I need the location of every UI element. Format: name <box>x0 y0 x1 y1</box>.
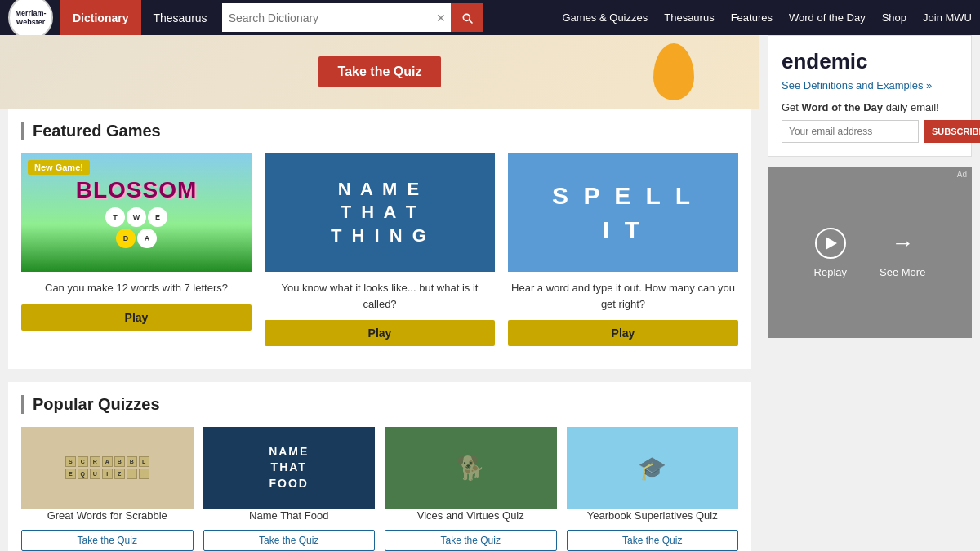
logo-text: Merriam-Webster <box>15 9 46 27</box>
ad-box: Ad Replay → See More <box>768 167 972 338</box>
see-more-icon-container: → <box>886 227 919 260</box>
play-triangle-icon <box>826 237 837 250</box>
sidebar: endemic See Definitions and Examples » G… <box>760 35 980 551</box>
see-more-control[interactable]: → See More <box>880 227 925 278</box>
scrabble-quiz-name: Great Words for Scrabble <box>47 509 167 523</box>
ntt-description: You know what it looks like... but what … <box>265 280 495 312</box>
wotd-email-prompt: Get Word of the Day daily email! <box>782 101 958 113</box>
featured-games-section: Featured Games New Game! BLOSSOM T W E D <box>8 109 751 369</box>
quiz-banner: Take the Quiz <box>0 35 760 109</box>
quizzes-grid: S C R A B B L E Q U I Z <box>21 427 738 551</box>
email-input[interactable] <box>782 120 919 143</box>
yearbook-quiz-name: Yearbook Superlatives Quiz <box>587 509 718 523</box>
subscribe-button[interactable]: SUBSCRIBE <box>924 120 980 143</box>
blossom-image: New Game! BLOSSOM T W E D A <box>21 153 252 272</box>
blossom-play-button[interactable]: Play <box>21 304 252 331</box>
vices-quiz-name: Vices and Virtues Quiz <box>417 509 524 523</box>
food-quiz-name: Name That Food <box>249 509 328 523</box>
nav-dictionary-button[interactable]: Dictionary <box>60 0 141 35</box>
email-row: SUBSCRIBE <box>782 120 958 143</box>
scrabble-quiz-button[interactable]: Take the Quiz <box>21 530 194 551</box>
see-more-label: See More <box>880 266 925 278</box>
main-layout: Take the Quiz Featured Games New Game! B… <box>0 35 980 551</box>
take-quiz-banner-button[interactable]: Take the Quiz <box>318 56 442 87</box>
food-quiz-card: NAMETHATFOOD Name That Food Take the Qui… <box>203 427 376 551</box>
food-image: NAMETHATFOOD <box>203 427 376 509</box>
hex-d-center: D <box>116 229 136 248</box>
year-placeholder: 🎓 <box>638 455 666 482</box>
dogs-placeholder: 🐕 <box>457 455 485 482</box>
blossom-game-card: New Game! BLOSSOM T W E D A C <box>21 153 252 346</box>
hex-t: T <box>105 207 125 227</box>
nav-games-item[interactable]: Games & Quizzes <box>562 11 648 24</box>
header-nav: Games & Quizzes Thesaurus Features Word … <box>562 11 972 24</box>
yearbook-quiz-button[interactable]: Take the Quiz <box>567 530 739 551</box>
games-grid: New Game! BLOSSOM T W E D A C <box>21 153 738 346</box>
spell-description: Hear a word and type it out. How many ca… <box>508 280 738 312</box>
arrow-right-icon: → <box>891 232 914 255</box>
nav-wotd-item[interactable]: Word of the Day <box>789 11 866 24</box>
vices-quiz-card: 🐕 Vices and Virtues Quiz Take the Quiz <box>385 427 557 551</box>
new-game-badge: New Game! <box>28 160 90 175</box>
vices-quiz-button[interactable]: Take the Quiz <box>385 530 557 551</box>
blossom-title: BLOSSOM <box>76 177 198 203</box>
spell-it-card: S P E L LI T Hear a word and type it out… <box>508 153 738 346</box>
header: Merriam-Webster Dictionary Thesaurus ✕ G… <box>0 0 980 35</box>
replay-label: Replay <box>814 266 847 278</box>
replay-icon-container <box>814 227 847 260</box>
spell-image: S P E L LI T <box>508 153 738 272</box>
ntt-image: N A M ET H A TT H I N G <box>265 153 495 272</box>
yearbook-quiz-card: 🎓 Yearbook Superlatives Quiz Take the Qu… <box>567 427 739 551</box>
vices-image: 🐕 <box>385 427 557 509</box>
content-area: Take the Quiz Featured Games New Game! B… <box>0 35 760 551</box>
play-circle <box>815 228 846 259</box>
nav-join-item[interactable]: Join MWU <box>923 11 972 24</box>
name-that-thing-card: N A M ET H A TT H I N G You know what it… <box>265 153 495 346</box>
yearbook-image: 🎓 <box>567 427 739 509</box>
spell-title: S P E L LI T <box>552 179 694 247</box>
scrabble-image: S C R A B B L E Q U I Z <box>21 427 194 509</box>
quiz-banner-image: Take the Quiz <box>0 35 760 109</box>
wotd-word: endemic <box>782 49 958 74</box>
hex-e: E <box>148 207 167 227</box>
wotd-box: endemic See Definitions and Examples » G… <box>768 35 972 157</box>
ad-label: Ad <box>957 170 967 179</box>
ntt-title: N A M ET H A TT H I N G <box>331 178 429 248</box>
scrabble-quiz-card: S C R A B B L E Q U I Z <box>21 427 194 551</box>
nav-shop-item[interactable]: Shop <box>882 11 906 24</box>
spell-play-button[interactable]: Play <box>508 320 738 346</box>
popular-quizzes-title: Popular Quizzes <box>21 395 738 414</box>
nav-thesaurus-button[interactable]: Thesaurus <box>141 0 218 35</box>
ntt-background: N A M ET H A TT H I N G <box>265 153 495 272</box>
search-input[interactable] <box>222 3 431 32</box>
nav-features-item[interactable]: Features <box>731 11 773 24</box>
scrabble-grid: S C R A B B L E Q U I Z <box>65 456 149 479</box>
ad-controls: Replay → See More <box>814 227 926 278</box>
popular-quizzes-section: Popular Quizzes S C R A B B L E <box>8 382 751 551</box>
search-clear-icon[interactable]: ✕ <box>431 11 451 24</box>
egg-decoration <box>653 43 694 100</box>
food-title: NAMETHATFOOD <box>269 444 309 492</box>
logo[interactable]: Merriam-Webster <box>8 0 53 40</box>
hex-a: A <box>137 229 157 248</box>
hex-w: W <box>127 207 146 227</box>
search-container: ✕ <box>222 3 483 32</box>
ntt-play-button[interactable]: Play <box>265 320 495 346</box>
featured-games-title: Featured Games <box>21 122 738 140</box>
food-quiz-button[interactable]: Take the Quiz <box>203 530 376 551</box>
nav-thesaurus2-item[interactable]: Thesaurus <box>664 11 714 24</box>
spell-background: S P E L LI T <box>508 153 738 272</box>
blossom-description: Can you make 12 words with 7 letters? <box>45 280 228 296</box>
blossom-flower: T W E D A <box>104 207 169 249</box>
search-button[interactable] <box>451 3 483 32</box>
wotd-link[interactable]: See Definitions and Examples » <box>782 79 958 91</box>
replay-control[interactable]: Replay <box>814 227 847 278</box>
